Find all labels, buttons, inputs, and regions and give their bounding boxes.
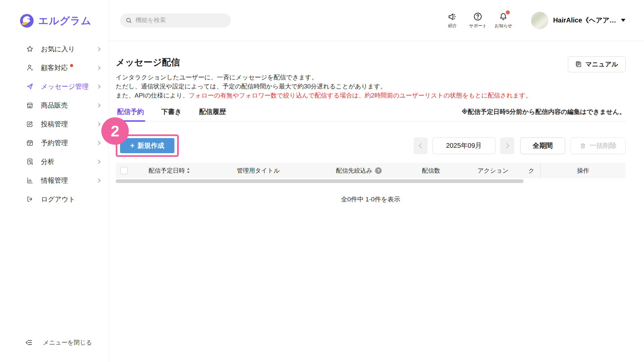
sidebar-item-product-sales[interactable]: 商品販売 [0,96,109,115]
column-label: アクション [478,167,508,175]
manual-button[interactable]: マニュアル [568,56,626,72]
star-icon [26,45,34,53]
annotation-highlight-box: 2 + 新規作成 [116,134,179,157]
shop-icon [26,102,34,109]
chevron-right-icon [96,122,101,126]
manual-button-label: マニュアル [585,60,618,69]
header-cell-title: 管理用タイトル [203,167,314,175]
column-label: 配信予定日時 [149,167,185,175]
bulk-delete-button[interactable]: 一括削除 [571,137,626,154]
logout-icon [26,195,34,203]
plus-icon: + [130,142,135,149]
account-menu[interactable]: HairAlice《ヘアア… [531,12,626,29]
chevron-right-icon [96,66,101,70]
description-line: インタラクションしたユーザーに、一斉にメッセージを配信できます。 [116,73,532,82]
news-button[interactable]: お知らせ [491,12,516,29]
edit-icon [26,120,34,128]
sidebar: エルグラム お気に入り 顧客対応 [0,0,109,362]
sidebar-item-customer-support[interactable]: 顧客対応 [0,58,109,77]
page-head: メッセージ配信 インタラクションしたユーザーに、一斉にメッセージを配信できます。… [116,56,626,100]
all-period-button[interactable]: 全期間 [520,137,565,154]
sidebar-item-label: 情報管理 [41,176,68,185]
header-cell-checkbox [116,167,136,174]
chevron-right-icon [96,178,101,183]
person-icon [26,64,34,71]
intro-button[interactable]: 紹介 [440,12,465,29]
sidebar-item-analytics[interactable]: 分析 [0,152,109,171]
sidebar-item-label: 投稿管理 [41,120,68,129]
create-new-button[interactable]: + 新規作成 [120,138,174,153]
table-header-row: 配信予定日時 管理用タイトル 配信先絞込み ? 配信数 アクション ク 操作 [116,163,626,178]
dropdown-caret-icon [621,19,626,22]
header-cell-filter: 配信先絞込み ? [314,167,404,175]
sidebar-item-label: 商品販売 [41,101,68,110]
support-button[interactable]: サポート [465,12,491,29]
sidebar-item-reservation-management[interactable]: 予約管理 [0,133,109,152]
tab-label: 配信予約 [117,108,144,115]
topbar: 紹介 サポート お知らせ HairAlic [109,0,644,41]
toolbar: 2 + 新規作成 2025年09月 全期間 一括削除 [116,134,626,157]
page-description: インタラクションしたユーザーに、一斉にメッセージを配信できます。 ただし、通信状… [116,73,532,100]
brand-logo-icon [19,13,34,28]
chevron-right-icon [96,47,101,51]
horizontal-scrollbar [116,179,626,183]
megaphone-icon [448,12,457,21]
annotation-step-badge: 2 [101,117,129,145]
page-title: メッセージ配信 [116,56,532,68]
calendar-icon [26,139,34,146]
question-circle-icon [473,12,482,21]
header-cell-datetime[interactable]: 配信予定日時 [136,167,203,175]
sidebar-item-label: ログアウト [41,195,75,204]
search-bar [120,13,231,27]
header-cell-count: 配信数 [404,167,458,175]
trash-icon [580,142,586,149]
column-label: 配信数 [422,167,440,175]
chevron-right-icon [96,103,101,108]
notification-badge [506,10,510,14]
sidebar-item-message-management[interactable]: メッセージ管理 [0,77,109,96]
sidebar-item-label: 予約管理 [41,138,68,147]
analysis-icon [26,158,34,165]
book-icon [575,61,582,68]
main-area: 紹介 サポート お知らせ HairAlic [109,0,644,362]
close-menu-button[interactable]: メニューを閉じる [0,339,109,362]
next-month-button[interactable] [500,137,514,154]
brand-logo[interactable]: エルグラム [0,0,109,38]
help-icon[interactable]: ? [375,167,382,174]
sidebar-item-label: 分析 [41,157,54,166]
bulk-delete-label: 一括削除 [590,141,616,150]
previous-month-button[interactable] [414,137,428,154]
header-cell-operations: 操作 [540,163,626,178]
chevron-right-icon [96,160,101,164]
sidebar-item-information-management[interactable]: 情報管理 [0,171,109,190]
sidebar-item-logout[interactable]: ログアウト [0,190,109,208]
column-label: 操作 [577,167,589,175]
tab-drafts[interactable]: 下書き [160,107,183,121]
create-new-label: 新規作成 [138,141,164,150]
search-input[interactable] [136,17,225,24]
column-label: 配信先絞込み [336,167,372,175]
scrollbar-thumb[interactable] [116,179,524,183]
sidebar-item-favorites[interactable]: お気に入り [0,40,109,58]
app-root: エルグラム お気に入り 顧客対応 [0,0,644,362]
page-head-text: メッセージ配信 インタラクションしたユーザーに、一斉にメッセージを配信できます。… [116,56,532,100]
brand-name: エルグラム [38,14,92,28]
sidebar-menu: お気に入り 顧客対応 メッセージ管理 [0,40,109,208]
edit-restriction-note: ※配信予定日時5分前から配信内容の編集はできません。 [462,108,626,121]
collapse-menu-icon [25,339,33,347]
header-cell-action: アクション [458,167,528,175]
select-all-checkbox[interactable] [120,167,128,174]
close-menu-label: メニューを閉じる [43,339,92,347]
sort-icon [186,168,190,173]
intro-label: 紹介 [448,23,457,29]
chevron-right-icon [96,141,101,145]
sidebar-item-label: お気に入り [41,45,75,54]
sidebar-item-post-management[interactable]: 投稿管理 [0,115,109,133]
tab-label: 配信履歴 [199,108,226,115]
column-label: ク [528,167,534,175]
description-text: また、APIの仕様により、 [116,92,189,99]
month-selector[interactable]: 2025年09月 [432,137,495,154]
sidebar-item-label: メッセージ管理 [41,82,89,91]
support-label: サポート [469,23,487,29]
tab-delivery-history[interactable]: 配信履歴 [198,107,227,121]
